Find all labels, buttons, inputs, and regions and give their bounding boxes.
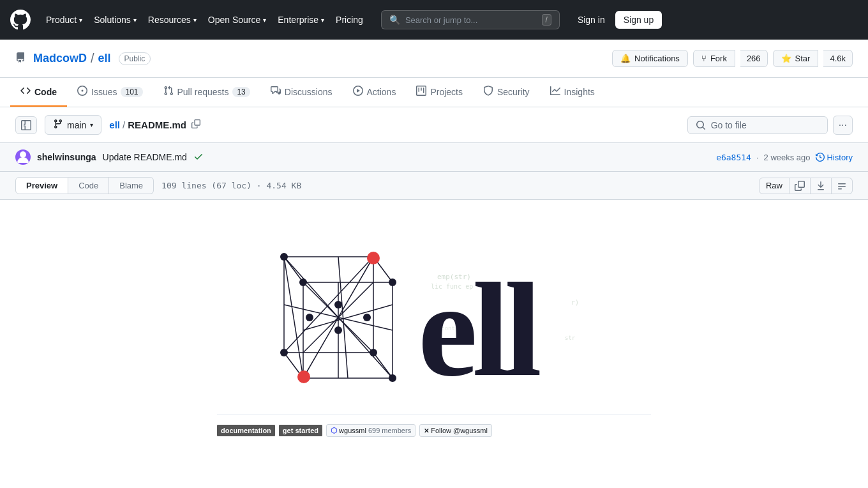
twitter-x-icon: ✕ xyxy=(424,427,429,434)
svg-point-27 xyxy=(280,349,288,356)
svg-point-33 xyxy=(306,314,313,321)
commit-row: shelwinsunga Update README.md e6a8514 · … xyxy=(0,143,868,172)
getstarted-badge[interactable]: get started xyxy=(279,424,322,437)
sidebar-toggle[interactable] xyxy=(15,116,37,134)
go-to-file-label: Go to file xyxy=(711,120,747,130)
nav-enterprise[interactable]: Enterprise ▾ xyxy=(273,11,329,29)
svg-point-31 xyxy=(334,301,342,309)
chevron-down-icon: ▾ xyxy=(263,17,266,24)
tab-security-label: Security xyxy=(497,87,530,97)
breadcrumb-separator: / xyxy=(91,51,94,66)
raw-button[interactable]: Raw xyxy=(759,178,789,194)
repo-tabs: Code Issues 101 Pull requests 13 Discuss… xyxy=(0,78,868,107)
tab-code[interactable]: Code xyxy=(10,78,67,107)
history-link[interactable]: History xyxy=(816,153,853,162)
commit-time: 2 weeks ago xyxy=(764,153,811,162)
svg-text:r): r) xyxy=(571,299,579,306)
tab-insights[interactable]: Insights xyxy=(540,78,605,107)
more-options-button[interactable]: ··· xyxy=(833,116,853,135)
actions-icon xyxy=(353,86,363,98)
star-icon: ⭐ xyxy=(781,54,791,63)
nav-product[interactable]: Product ▾ xyxy=(41,11,87,29)
commit-status-icon xyxy=(193,151,204,164)
fork-button[interactable]: ⑂ Fork xyxy=(693,50,735,67)
tab-code-label: Code xyxy=(34,87,57,97)
commit-author[interactable]: shelwinsunga xyxy=(37,152,96,162)
repo-header: MadcowD / ell Public 🔔 Notifications ⑂ F… xyxy=(0,40,868,78)
tab-issues[interactable]: Issues 101 xyxy=(67,78,153,107)
tab-preview[interactable]: Preview xyxy=(15,177,68,194)
tab-discussions[interactable]: Discussions xyxy=(260,78,343,107)
svg-text:str: str xyxy=(565,335,576,341)
search-bar[interactable]: 🔍 Search or jump to... / xyxy=(381,10,560,29)
go-to-file[interactable]: Go to file xyxy=(687,116,828,134)
svg-point-34 xyxy=(363,314,371,321)
docs-badge[interactable]: documentation xyxy=(217,424,275,437)
code-icon xyxy=(20,86,31,98)
file-path-separator: / xyxy=(123,119,125,130)
readme-logo-area: emp(str) lic func ep r) ml.cont str ell xyxy=(217,215,651,407)
issues-badge: 101 xyxy=(121,87,142,97)
svg-point-36 xyxy=(297,370,310,383)
insights-icon xyxy=(550,86,560,98)
tab-discussions-label: Discussions xyxy=(285,87,333,97)
ell-text-logo-svg: emp(str) lic func ep r) ml.cont str ell xyxy=(418,222,622,400)
branch-name: main xyxy=(67,120,86,130)
discord-badge[interactable]: ⬡ wgussml 699 members xyxy=(326,424,415,437)
pr-icon xyxy=(163,86,174,98)
file-browser-header: main ▾ ell / README.md Go to file ··· xyxy=(0,107,868,143)
chevron-down-icon: ▾ xyxy=(321,17,324,24)
nav-solutions[interactable]: Solutions ▾ xyxy=(89,11,142,29)
nav-open-source[interactable]: Open Source ▾ xyxy=(203,11,272,29)
tab-projects[interactable]: Projects xyxy=(406,78,473,107)
readme-divider xyxy=(217,415,651,415)
branch-selector[interactable]: main ▾ xyxy=(45,115,101,135)
issue-icon xyxy=(77,86,87,98)
copy-path-button[interactable] xyxy=(189,118,203,132)
file-browser-actions: Go to file ··· xyxy=(687,116,853,135)
search-placeholder: Search or jump to... xyxy=(405,15,477,25)
visibility-badge: Public xyxy=(119,52,151,65)
nav-resources[interactable]: Resources ▾ xyxy=(143,11,202,29)
notifications-button[interactable]: 🔔 Notifications xyxy=(612,50,688,67)
tab-code[interactable]: Code xyxy=(68,177,109,194)
download-button[interactable] xyxy=(811,178,832,194)
search-icon: 🔍 xyxy=(389,15,400,25)
tab-actions-label: Actions xyxy=(367,87,396,97)
discussions-icon xyxy=(271,86,281,98)
github-logo[interactable] xyxy=(10,10,31,30)
chevron-down-icon: ▾ xyxy=(90,121,93,128)
repo-owner-link[interactable]: MadcowD xyxy=(33,52,87,65)
shield-icon xyxy=(483,86,493,98)
chevron-down-icon: ▾ xyxy=(79,17,82,24)
commit-hash-link[interactable]: e6a8514 xyxy=(716,153,751,162)
nav-pricing[interactable]: Pricing xyxy=(331,11,368,29)
tab-pr-label: Pull requests xyxy=(177,87,229,97)
outline-button[interactable] xyxy=(832,178,853,194)
tab-pull-requests[interactable]: Pull requests 13 xyxy=(153,78,260,107)
tab-actions[interactable]: Actions xyxy=(343,78,407,107)
svg-point-26 xyxy=(389,278,396,286)
svg-point-30 xyxy=(389,374,396,382)
copy-raw-button[interactable] xyxy=(789,178,811,194)
svg-point-32 xyxy=(334,326,342,334)
tab-security[interactable]: Security xyxy=(473,78,540,107)
breadcrumb: MadcowD / ell xyxy=(33,51,111,66)
tab-blame[interactable]: Blame xyxy=(109,177,154,194)
file-path-repo[interactable]: ell xyxy=(109,119,120,130)
repo-name-link[interactable]: ell xyxy=(98,52,111,65)
signup-button[interactable]: Sign up xyxy=(615,11,662,29)
file-tabs: Preview Code Blame xyxy=(15,177,154,194)
pr-badge: 13 xyxy=(232,87,250,97)
file-view-header: Preview Code Blame 109 lines (67 loc) · … xyxy=(0,172,868,200)
discord-icon: ⬡ xyxy=(331,426,337,435)
star-button[interactable]: ⭐ Star xyxy=(773,50,819,67)
file-path: ell / README.md xyxy=(109,118,203,132)
svg-text:ell: ell xyxy=(418,255,540,400)
readme-content: emp(str) lic func ep r) ml.cont str ell … xyxy=(0,200,868,455)
twitter-badge[interactable]: ✕ Follow @wgussml xyxy=(419,424,492,437)
signin-button[interactable]: Sign in xyxy=(572,11,610,28)
nav-items: Product ▾ Solutions ▾ Resources ▾ Open S… xyxy=(41,11,368,29)
file-actions: Raw xyxy=(759,178,853,194)
history-label: History xyxy=(827,153,853,162)
